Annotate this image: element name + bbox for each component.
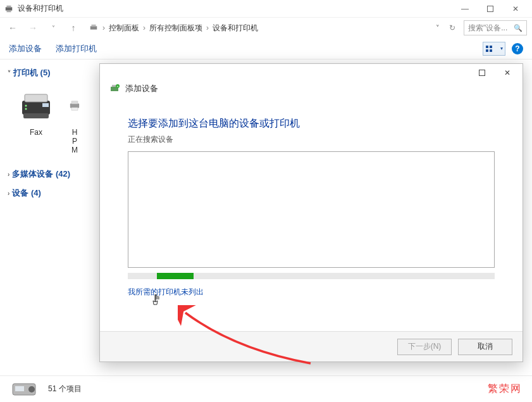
svg-rect-12 [23,113,49,118]
svg-rect-11 [25,94,47,102]
help-button[interactable]: ? [512,43,523,54]
recent-dropdown[interactable]: ˅ [44,19,62,37]
crumb-control-panel[interactable]: 控制面板 [109,23,139,34]
status-icon [8,379,40,399]
chevron-down-icon: ▾ [500,46,503,51]
chevron-right-icon: › [101,23,106,32]
back-button[interactable]: ← [4,19,22,37]
cursor-icon [151,294,162,310]
svg-rect-21 [15,386,24,391]
svg-rect-9 [490,49,492,52]
dialog-title: 添加设备 [125,83,158,94]
device-fax[interactable]: Fax [16,86,56,154]
next-button[interactable]: 下一步(N) [397,339,452,355]
up-button[interactable]: ↑ [65,19,82,37]
search-progress [128,273,495,279]
device-label: Fax [16,128,56,137]
chevron-right-icon: › [142,23,147,32]
printer-icon [89,23,99,33]
printer-not-listed-link[interactable]: 我所需的打印机未列出 [128,287,204,296]
cancel-button[interactable]: 取消 [458,339,512,355]
svg-rect-17 [71,101,78,104]
add-printer-link[interactable]: 添加打印机 [56,43,97,54]
group-label: 打印机 (5) [13,67,51,79]
svg-rect-1 [7,5,11,7]
crumb-all-items[interactable]: 所有控制面板项 [149,23,202,34]
svg-rect-10 [22,101,50,115]
chevron-right-icon: › [8,190,9,197]
dialog-maximize-button[interactable] [469,65,495,80]
watermark: 繁荣网 [488,382,522,396]
progress-bar [157,273,194,279]
view-options-button[interactable]: ▾ [483,42,505,56]
add-device-link[interactable]: 添加设备 [9,43,42,54]
chevron-right-icon: › [205,23,210,32]
svg-rect-3 [488,6,493,11]
svg-point-15 [25,108,27,110]
svg-rect-7 [490,46,492,48]
add-device-dialog: ✕ + 添加设备 选择要添加到这台电脑的设备或打印机 正在搜索设备 我所需的打印… [99,63,523,362]
dialog-searching-label: 正在搜索设备 [128,134,495,145]
window-title: 设备和打印机 [18,3,452,14]
svg-point-14 [25,105,27,107]
breadcrumb-dropdown[interactable]: ˅ [435,24,441,32]
forward-button[interactable]: → [24,19,42,37]
svg-rect-8 [486,49,488,52]
device-list[interactable] [128,151,495,268]
svg-point-20 [28,386,35,393]
add-device-icon: + [109,83,120,94]
group-label: 设备 (4) [12,187,41,199]
dialog-heading: 选择要添加到这台电脑的设备或打印机 [128,117,495,130]
svg-rect-22 [479,70,485,76]
status-text: 51 个项目 [48,384,82,394]
svg-text:+: + [117,84,119,88]
fax-icon [16,86,56,125]
minimize-button[interactable]: — [452,0,478,18]
device-hp[interactable]: H P M [68,86,81,154]
chevron-right-icon: › [8,171,9,178]
refresh-button[interactable]: ↻ [443,19,461,37]
svg-rect-4 [90,26,97,29]
group-label: 多媒体设备 (42) [12,168,70,180]
svg-rect-6 [486,46,488,48]
search-input[interactable]: 搜索"设备... 🔍 [464,20,527,35]
device-label: H P M [68,128,81,154]
svg-rect-0 [6,7,13,10]
svg-rect-2 [7,10,11,12]
chevron-down-icon: ˅ [8,70,11,77]
dialog-close-button[interactable]: ✕ [495,65,520,80]
breadcrumb[interactable]: › 控制面板 › 所有控制面板项 › 设备和打印机 [85,20,432,35]
view-icon [485,45,493,53]
svg-rect-5 [92,25,96,27]
svg-rect-16 [70,103,79,108]
app-icon [4,4,14,14]
close-button[interactable]: ✕ [503,0,528,18]
crumb-devices-printers[interactable]: 设备和打印机 [213,23,258,34]
svg-rect-18 [71,108,78,110]
svg-rect-13 [42,103,49,107]
search-icon: 🔍 [514,24,523,32]
search-placeholder: 搜索"设备... [468,23,507,34]
printer-icon [68,86,81,125]
maximize-button[interactable] [478,0,503,18]
